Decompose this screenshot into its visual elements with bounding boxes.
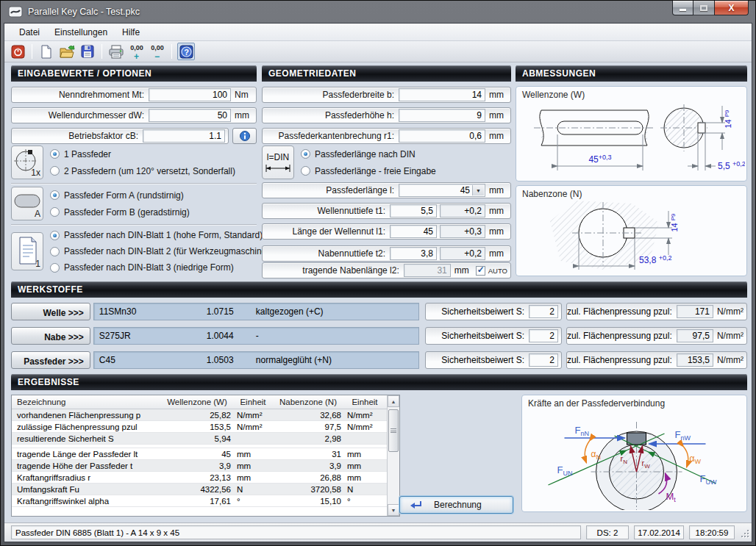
table-row: zulässige Flächenpressung pzul153,5N/mm²… [12, 421, 387, 433]
decimals-decrease-label: 0,00 [151, 44, 164, 51]
input-row-wellennuttiefe: Wellennuttiefe t1: 5,5 +0,2 mm [262, 203, 511, 219]
wellennuttiefe-input[interactable]: 5,5 [390, 204, 437, 218]
nabe-material-field: S275JR 1.0044 - [93, 327, 419, 345]
anzahl-icon-label: 1x [31, 168, 40, 178]
welle-s-input[interactable]: 2 [529, 305, 558, 318]
dim-nabe-mass: 53,8 [639, 255, 659, 265]
wellennuttiefe-tolerance: +0,2 [440, 204, 485, 218]
col-bezeichnung[interactable]: Bezeichnung [12, 398, 160, 406]
radio-icon [50, 166, 60, 176]
print-button[interactable] [107, 43, 125, 60]
scrollbar-thumb[interactable] [388, 409, 399, 452]
title-bar[interactable]: Parallel Key Calc - Test.pkc X [1, 1, 755, 23]
werkstoff-row-welle: Welle >>> 11SMn30 1.0715 kaltgezogen (+C… [11, 303, 747, 320]
new-file-button[interactable] [38, 43, 55, 60]
scroll-down-icon[interactable]: ▼ [388, 504, 399, 516]
new-file-icon [40, 45, 53, 59]
menu-einstellungen[interactable]: Einstellungen [47, 24, 115, 40]
radio-din-blatt-2[interactable]: Passfeder nach DIN-Blatt 2 (für Werkzeug… [50, 244, 274, 259]
wellendurchmesser-input[interactable]: 50 [149, 109, 231, 122]
betriebsfaktor-info-button[interactable] [232, 128, 257, 144]
berechnung-button[interactable]: Berechnung [399, 496, 513, 514]
printer-icon [109, 45, 124, 59]
col-nabenzone[interactable]: Nabenzone (N) [272, 398, 344, 406]
label-mt: Mt [666, 491, 677, 503]
radio-laenge-din[interactable]: Passfederlänge nach DIN [301, 147, 436, 162]
nenndrehmoment-unit: Nm [231, 90, 253, 100]
wellennutlaenge-input[interactable]: 45 [390, 225, 437, 238]
nabe-material-button[interactable]: Nabe >>> [11, 327, 90, 345]
status-text: Passfeder DIN 6885 (Blatt 1) - A 14 x 9 … [11, 525, 581, 539]
passfederhoehe-input[interactable]: 9 [399, 109, 485, 122]
status-bar: Passfeder DIN 6885 (Blatt 1) - A 14 x 9 … [4, 522, 752, 542]
app-icon [8, 6, 23, 18]
chevron-down-icon[interactable]: ▼ [472, 185, 484, 195]
nabenlaenge-input: 31 [404, 264, 451, 277]
close-icon: X [728, 3, 734, 13]
scroll-up-icon[interactable]: ▲ [388, 395, 399, 407]
nabe-s-input[interactable]: 2 [529, 329, 558, 342]
wellenzone-box: Wellenzone (W) [516, 86, 747, 182]
resize-grip[interactable] [740, 528, 749, 537]
wellennutlaenge-tolerance: +0,3 [440, 225, 485, 238]
section-header-ergebnisse: ERGEBNISSE [11, 374, 747, 390]
wellennuttiefe-label: Wellennuttiefe t1: [263, 206, 390, 216]
nabennuttiefe-input[interactable]: 3,8 [390, 247, 437, 260]
welle-pzul: zul. Flächenpressung pzul: 171 N/mm² [566, 303, 747, 320]
welle-material-button[interactable]: Welle >>> [11, 303, 90, 320]
auto-checkbox[interactable] [476, 266, 485, 276]
toolbar: 0,00 + 0,00 − ? [4, 41, 752, 62]
radio-form-a[interactable]: Passfeder Form A (rundstirnig) [50, 188, 190, 203]
nabe-pzul-value: 97,5 [677, 329, 713, 342]
kantenbrechung-input[interactable]: 0,6 [399, 129, 485, 143]
help-button[interactable]: ? [177, 43, 195, 60]
radio-din-blatt-1[interactable]: Passfeder nach DIN-Blatt 1 (hohe Form, S… [50, 228, 274, 243]
radio-form-b[interactable]: Passfeder Form B (geradstirnig) [50, 205, 190, 220]
passfeder-s-input[interactable]: 2 [529, 353, 558, 367]
col-einheit-w[interactable]: Einheit [234, 398, 272, 406]
label-fnw: FnW [675, 429, 691, 442]
radio-din-blatt-3[interactable]: Passfeder nach DIN-Blatt 3 (niedrige For… [50, 260, 274, 275]
radio-icon [301, 149, 310, 159]
wellendurchmesser-label: Wellendurchmesser dW: [12, 110, 149, 121]
radio-1-passfeder[interactable]: 1 Passfeder [50, 147, 235, 162]
passfederlaenge-dropdown[interactable]: 45 ▼ [399, 184, 485, 197]
wellennutlaenge-unit: mm [485, 226, 507, 237]
maximize-button[interactable] [693, 1, 714, 15]
minimize-button[interactable] [672, 1, 693, 15]
laenge-mode-group: l=DIN Passfederlänge nach DIN [262, 146, 511, 179]
plus-icon: + [134, 53, 139, 60]
passfeder-material-button[interactable]: Passfeder >>> [11, 351, 90, 369]
nabenzone-drawing: 14 P9 53,8 +0,2 [516, 199, 745, 273]
table-row: resultierende Sicherheit S5,942,98 [12, 433, 387, 445]
save-icon [81, 45, 94, 58]
radio-2-passfedern[interactable]: 2 Passfedern (um 120° versetzt, Sonderfa… [50, 164, 235, 179]
svg-text:14 P9: 14 P9 [724, 109, 732, 129]
save-button[interactable] [79, 43, 96, 60]
decimals-decrease-button[interactable]: 0,00 − [149, 43, 166, 60]
betriebsfaktor-input[interactable]: 1.1 [143, 129, 225, 143]
open-file-button[interactable] [58, 43, 76, 60]
close-button[interactable]: X [714, 1, 749, 15]
status-date: 17.02.2014 [634, 525, 684, 539]
menu-datei[interactable]: Datei [12, 24, 47, 40]
radio-icon [50, 190, 60, 200]
radio-icon [50, 231, 60, 240]
passfederlaenge-unit: mm [485, 185, 507, 195]
nenndrehmoment-input[interactable]: 100 [149, 88, 231, 101]
col-einheit-n[interactable]: Einheit [344, 398, 385, 406]
forces-diagram: FnN FnW FUN FUW αN αW rN rW Mt [522, 409, 745, 510]
input-row-passfederlaenge: Passfederlänge l: 45 ▼ mm [262, 182, 511, 198]
menu-hilfe[interactable]: Hilfe [115, 24, 147, 40]
decimals-increase-button[interactable]: 0,00 + [128, 43, 146, 60]
radio-laenge-frei[interactable]: Passfederlänge - freie Eingabe [301, 164, 436, 179]
table-scrollbar[interactable]: ▲ ▼ [387, 395, 399, 516]
label-fun: FUN [557, 464, 573, 477]
passfederlaenge-label: Passfederlänge l: [263, 185, 399, 195]
exit-button[interactable] [9, 43, 26, 60]
passfederbreite-input[interactable]: 14 [399, 88, 485, 101]
col-wellenzone[interactable]: Wellenzone (W) [160, 398, 234, 406]
group-separator [11, 183, 257, 184]
length-din-icon: l=DIN [263, 146, 293, 179]
input-row-kantenbrechung: Passfederkantenbrechung r1: 0,6 mm [262, 128, 511, 144]
